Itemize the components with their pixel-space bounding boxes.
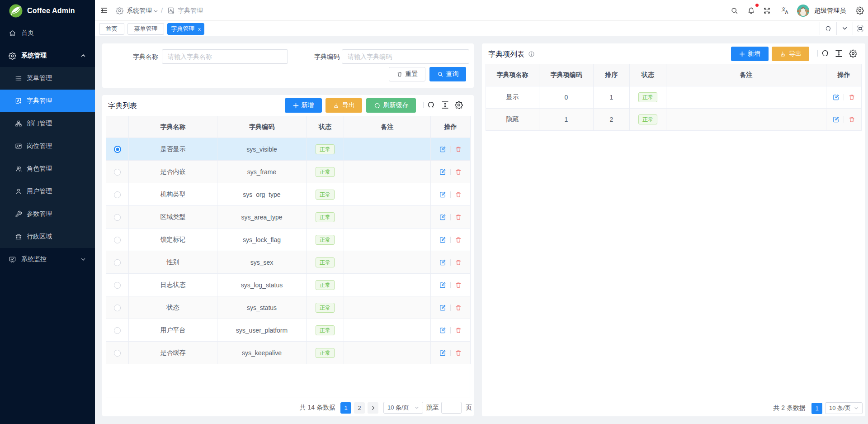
svg-text:A: A <box>785 10 788 15</box>
